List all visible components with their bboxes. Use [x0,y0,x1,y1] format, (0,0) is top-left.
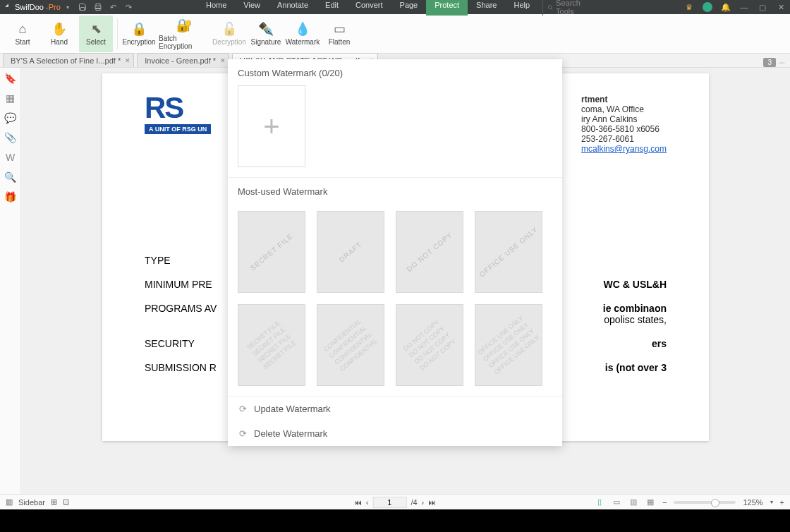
watermark-preset[interactable]: DO NOT COPY [396,211,463,293]
bell-icon[interactable]: 🔔 [721,2,731,12]
word-icon[interactable]: W [4,151,17,164]
hand-button[interactable]: ✋Hand [42,16,76,52]
svg-line-4 [551,8,552,9]
bookmark-icon[interactable]: 🔖 [4,72,17,85]
watermark-preset[interactable]: SECRET FILESECRET FILESECRET FILESECRET … [238,304,305,386]
most-used-title: Most-used Watermark [238,186,552,197]
watermark-panel: Custom Watermark (0/20) + Most-used Wate… [228,59,562,446]
attachments-icon[interactable]: 📎 [4,131,17,144]
panel-add-icon[interactable]: ⊞ [51,497,57,507]
thumbnails-icon[interactable]: ▦ [4,92,17,104]
refresh-icon: ⟳ [239,428,247,439]
flatten-button[interactable]: ▭Flatten [322,16,356,52]
signature-button[interactable]: ✒️Signature [249,16,283,52]
menu-edit[interactable]: Edit [317,0,347,16]
watermark-preset[interactable]: DO NOT COPYDO NOT COPYDO NOT COPYDO NOT … [396,304,463,386]
watermark-preset[interactable]: OFFICE USE ONLYOFFICE USE ONLYOFFICE USE… [475,304,542,386]
menu-protect[interactable]: Protect [426,0,468,16]
last-page-icon[interactable]: ⏭ [428,498,436,507]
search-icon[interactable]: 🔍 [4,171,17,183]
sidebar-toggle-icon[interactable]: ▥ [6,497,13,507]
zoom-out-icon[interactable]: − [662,498,667,507]
undo-icon[interactable]: ↶ [109,2,119,12]
app-dropdown[interactable]: ▾ [66,4,69,11]
comments-icon[interactable]: 💬 [4,111,17,124]
ribbon-protect: ⌂Start ✋Hand ⬉Select 🔒Encryption 🔐Batch … [0,14,790,54]
svg-point-3 [548,5,552,8]
doc-logo-sub: A UNIT OF RSG UN [145,124,211,134]
save-icon[interactable] [78,2,87,12]
page-total: /4 [411,498,417,507]
gift-icon[interactable]: 🎁 [4,191,17,203]
view-facing-icon[interactable]: ▥ [628,497,638,507]
zoom-in-icon[interactable]: + [780,498,784,507]
menu-convert[interactable]: Convert [347,0,391,16]
page-nav: ⏮ ‹ /4 › ⏭ [354,497,437,508]
decryption-button: 🔓Decryption [212,16,246,52]
department-block: rtment coma, WA Office iry Ann Calkins 8… [581,95,667,154]
delete-watermark-action[interactable]: ⟳Delete Watermark [228,421,562,446]
zoom-label: 125% [743,498,762,507]
custom-watermark-title: Custom Watermark (0/20) [238,68,552,78]
titlebar: SwifDoo-Pro ▾ ↶ ↷ Home View Annotate Edi… [0,0,790,14]
menu-home[interactable]: Home [198,0,235,16]
tab-0[interactable]: BY'S A Selection of Fine I...pdf *✕ [3,53,134,67]
email-link[interactable]: mcalkins@ryansg.com [581,144,667,154]
panel-next-icon[interactable]: ⊡ [63,497,69,507]
batch-encryption-button[interactable]: 🔐Batch Encryption [159,16,209,52]
prev-page-icon[interactable]: ‹ [366,498,369,507]
watermark-button[interactable]: 💧Watermark [286,16,320,52]
watermark-preset[interactable]: OFFICE USE ONLY [475,211,542,293]
user-icon[interactable] [703,2,712,12]
app-logo: SwifDoo-Pro [4,3,61,11]
search-tools[interactable]: Search Tools [542,0,592,16]
sidebar-label: Sidebar [18,498,45,507]
menu-annotate[interactable]: Annotate [269,0,317,16]
menu-share[interactable]: Share [468,0,505,16]
tab-1[interactable]: Invoice - Green.pdf *✕ [137,53,229,67]
collapse-ribbon-icon[interactable]: ︿ [779,57,786,67]
menubar: Home View Annotate Edit Convert Page Pro… [198,0,592,16]
close-icon[interactable]: ✕ [220,57,226,64]
zoom-slider[interactable] [674,501,736,504]
close-icon[interactable]: ✕ [125,57,130,64]
update-watermark-action[interactable]: ⟳Update Watermark [228,397,562,421]
zoom-dropdown-icon[interactable]: ▾ [770,499,773,505]
view-grid-icon[interactable]: ▦ [645,497,655,507]
watermark-preset[interactable]: SECRET FILE [238,211,305,293]
page-count-badge: 3 [763,58,776,67]
menu-page[interactable]: Page [391,0,427,16]
redo-icon[interactable]: ↷ [124,2,134,12]
left-sidebar: 🔖 ▦ 💬 📎 W 🔍 🎁 [0,68,21,494]
next-page-icon[interactable]: › [422,498,425,507]
refresh-icon: ⟳ [239,404,247,414]
plus-icon: + [263,111,279,143]
page-input[interactable] [372,497,406,508]
add-watermark-tile[interactable]: + [238,85,305,167]
menu-help[interactable]: Help [505,0,538,16]
start-button[interactable]: ⌂Start [6,16,40,52]
select-button[interactable]: ⬉Select [79,16,113,52]
close-button[interactable]: ✕ [776,2,786,12]
view-single-icon[interactable]: ▯ [595,497,604,507]
menu-view[interactable]: View [235,0,269,16]
encryption-button[interactable]: 🔒Encryption [122,16,156,52]
minimize-button[interactable]: — [739,2,749,12]
watermark-preset[interactable]: CONFIDENTIALCONFIDENTIALCONFIDENTIALCONF… [317,304,384,386]
crown-icon[interactable]: ♛ [684,2,694,12]
maximize-button[interactable]: ▢ [758,2,767,12]
statusbar: ▥ Sidebar ⊞ ⊡ ⏮ ‹ /4 › ⏭ ▯ ▭ ▥ ▦ − 125% … [0,494,790,509]
print-icon[interactable] [93,2,103,12]
view-continuous-icon[interactable]: ▭ [612,497,621,507]
first-page-icon[interactable]: ⏮ [354,498,362,507]
watermark-preset[interactable]: DRAFT [317,211,384,293]
